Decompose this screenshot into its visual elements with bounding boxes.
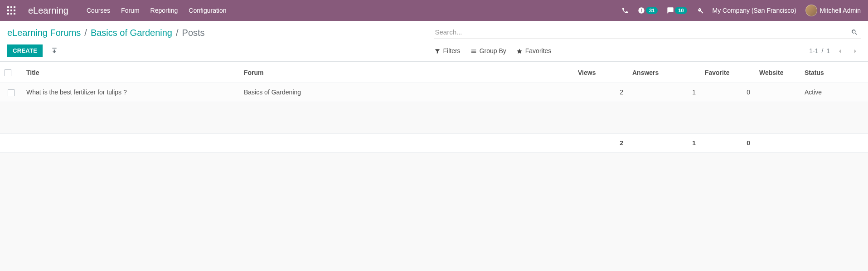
col-header-favorite[interactable]: Favorite	[700, 62, 755, 83]
cell-status[interactable]: Active	[800, 83, 868, 102]
table-header-row: Title Forum Views Answers Favorite Websi…	[0, 62, 868, 83]
col-header-answers[interactable]: Answers	[628, 62, 700, 83]
row-checkbox[interactable]	[8, 89, 15, 96]
download-icon	[51, 47, 58, 54]
col-header-title[interactable]: Title	[22, 62, 239, 83]
funnel-icon	[434, 47, 441, 54]
search-wrap	[434, 26, 861, 39]
control-panel: eLearning Forums / Basics of Gardening /…	[0, 21, 868, 62]
top-navbar: eLearning Courses Forum Reporting Config…	[0, 0, 868, 21]
groupby-button[interactable]: Group By	[470, 47, 506, 54]
breadcrumb-basics[interactable]: Basics of Gardening	[91, 28, 172, 38]
cell-title[interactable]: What is the best fertilizer for tulips ?	[22, 83, 239, 102]
breadcrumb-forums[interactable]: eLearning Forums	[7, 28, 81, 38]
table-row[interactable]: What is the best fertilizer for tulips ?…	[0, 83, 868, 102]
cell-favorite[interactable]: 0	[700, 83, 755, 102]
col-header-website[interactable]: Website	[755, 62, 800, 83]
col-header-forum[interactable]: Forum	[239, 62, 573, 83]
pager-sep: /	[821, 47, 823, 54]
cell-website[interactable]	[755, 83, 800, 102]
breadcrumb-sep: /	[176, 28, 179, 38]
user-name: Mitchell Admin	[820, 7, 861, 14]
cell-forum[interactable]: Basics of Gardening	[239, 83, 573, 102]
pager: 1-1 / 1	[809, 46, 861, 55]
navbar-right: 31 10 My Company (San Francisco) Mitchel…	[621, 5, 861, 16]
filters-label: Filters	[443, 47, 461, 54]
company-selector[interactable]: My Company (San Francisco)	[713, 7, 796, 14]
breadcrumb-sep: /	[84, 28, 87, 38]
table-totals-row: 2 1 0	[0, 133, 868, 152]
menu-courses[interactable]: Courses	[87, 7, 110, 14]
select-all-checkbox[interactable]	[5, 69, 11, 76]
star-icon	[516, 47, 523, 54]
pager-range[interactable]: 1-1 / 1	[809, 47, 830, 54]
activity-badge: 31	[646, 7, 658, 14]
filter-bar: Filters Group By Favorites 1-1 / 1	[434, 46, 861, 55]
messages-badge: 10	[675, 7, 687, 14]
list-icon	[470, 47, 477, 54]
cell-answers[interactable]: 1	[628, 83, 700, 102]
row-checkbox-cell	[0, 83, 22, 102]
below-spacer	[0, 153, 868, 207]
main-menu: Courses Forum Reporting Configuration	[87, 7, 227, 14]
total-answers: 1	[628, 133, 700, 152]
search-input[interactable]	[434, 26, 849, 38]
pager-next[interactable]	[850, 46, 861, 55]
apps-menu-icon[interactable]	[7, 6, 15, 15]
col-header-checkbox	[0, 62, 22, 83]
favorites-button[interactable]: Favorites	[516, 47, 552, 54]
total-views: 2	[573, 133, 628, 152]
messages-icon[interactable]: 10	[667, 7, 687, 14]
table-spacer	[0, 102, 868, 133]
app-name[interactable]: eLearning	[28, 5, 68, 16]
create-button[interactable]: CREATE	[7, 44, 43, 57]
avatar	[805, 5, 817, 16]
filters-button[interactable]: Filters	[434, 47, 461, 54]
menu-configuration[interactable]: Configuration	[189, 7, 226, 14]
groupby-label: Group By	[480, 47, 506, 54]
menu-forum[interactable]: Forum	[121, 7, 139, 14]
pager-total: 1	[826, 47, 830, 54]
total-favorite: 0	[700, 133, 755, 152]
search-icon[interactable]	[848, 26, 861, 38]
activity-icon[interactable]: 31	[638, 7, 658, 14]
pager-range-text: 1-1	[809, 47, 818, 54]
posts-table: Title Forum Views Answers Favorite Websi…	[0, 62, 868, 153]
pager-prev[interactable]	[834, 46, 845, 55]
tools-icon[interactable]	[696, 7, 703, 14]
col-header-views[interactable]: Views	[573, 62, 628, 83]
menu-reporting[interactable]: Reporting	[150, 7, 178, 14]
import-button[interactable]	[48, 46, 61, 55]
col-header-status[interactable]: Status	[800, 62, 868, 83]
phone-icon[interactable]	[621, 7, 629, 14]
company-name: My Company (San Francisco)	[713, 7, 796, 14]
breadcrumb-current: Posts	[182, 28, 205, 38]
cell-views[interactable]: 2	[573, 83, 628, 102]
user-menu[interactable]: Mitchell Admin	[805, 5, 861, 16]
breadcrumb: eLearning Forums / Basics of Gardening /…	[7, 28, 205, 38]
favorites-label: Favorites	[525, 47, 552, 54]
